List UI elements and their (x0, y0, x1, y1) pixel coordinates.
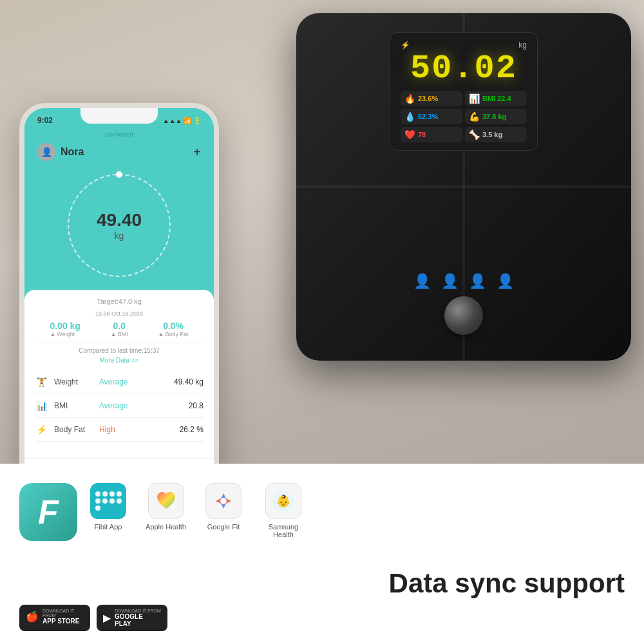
person-blue-2: 👤 (441, 273, 459, 290)
weight-value: 49.40 (97, 210, 142, 231)
scale-display-top: ⚡ kg (401, 41, 527, 50)
more-data-link[interactable]: More Data >> (35, 357, 204, 364)
bmi-scale-icon: 📊 (469, 93, 480, 104)
main-app-icon: F (19, 483, 77, 541)
scale-metrics-grid: 🔥 23.6% 📊 BMI 22.4 💧 62.3% 💪 37.8 kg ❤️ (401, 91, 527, 142)
apple-health-svg (153, 488, 179, 514)
scale-unit: kg (518, 41, 527, 50)
compatible-apps: Fibit App (90, 483, 306, 538)
scale-metric-bone: 🦴 3.5 kg (465, 127, 527, 142)
samsung-health-svg: 👶 (270, 488, 296, 514)
bodyfat-row-val: 26.2 % (180, 425, 204, 434)
scale-main-weight: 50.02 (401, 52, 527, 86)
bmi-row-val: 20.8 (189, 401, 204, 410)
google-fit-svg (211, 488, 236, 514)
data-row-bodyfat: ⚡ Body Fat High 26.2 % (35, 418, 204, 442)
scale-metric-muscle: 💪 37.8 kg (465, 109, 527, 124)
fibit-icon (90, 483, 126, 519)
bmi-change: 0.0 (111, 321, 128, 331)
dot (95, 498, 100, 504)
app-store-badge-row: 🍎 Download it from APP STORE (26, 609, 84, 625)
muscle-val: 37.8 kg (482, 113, 506, 120)
scale-display: ⚡ kg 50.02 🔥 23.6% 📊 BMI 22.4 💧 62.3% (390, 32, 538, 151)
weight-row-name: Weight (54, 377, 93, 386)
apple-health-icon (148, 483, 184, 519)
user-section: 👤 Nora (37, 143, 84, 161)
dot (109, 491, 115, 497)
bodyfat-change: 0.0% (158, 321, 189, 331)
google-fit-app: Google Fit (205, 483, 242, 531)
status-icons: ▲▲▲ 📶 🔋 (163, 117, 201, 124)
person-red: 👤 (497, 273, 514, 290)
weight-icon: 🏋 (35, 375, 48, 388)
scale-metric-bmi: 📊 BMI 22.4 (465, 91, 527, 106)
app-store-top: Download it from (43, 609, 84, 618)
target-text: Target:47.0 kg (35, 298, 204, 305)
apple-health-label: Apple Health (146, 523, 186, 531)
dot (117, 498, 122, 504)
weight-unit: kg (115, 231, 124, 241)
bmi-icon: 📊 (35, 399, 48, 412)
google-play-top: Download it from (115, 609, 161, 613)
fibit-label: Fibit App (95, 523, 122, 531)
samsung-health-label: Samsung Health (261, 523, 306, 538)
scale-center-button (444, 296, 483, 335)
weight-circle-section: 49.40 kg (24, 167, 214, 290)
app-store-title: APP STORE (43, 618, 84, 625)
app-store-text: Download it from APP STORE (43, 609, 84, 625)
heart-val: 78 (418, 131, 426, 138)
metrics-row: 0.00 kg ▲ Weight 0.0 ▲ BMI 0.0% ▲ Body F… (35, 321, 204, 343)
phone-frame: 9:02 ▲▲▲ 📶 🔋 Connected 👤 Nora + 49.40 kg (19, 103, 219, 502)
add-button[interactable]: + (193, 145, 201, 160)
person-blue-3: 👤 (469, 273, 486, 290)
fibit-app: Fibit App (90, 483, 126, 531)
bmi-scale-val: BMI 22.4 (482, 95, 511, 102)
google-fit-label: Google Fit (207, 523, 240, 531)
metric-bodyfat: 0.0% ▲ Body Fat (158, 321, 189, 337)
google-play-badge-row: ▶ Download it from GOOGLE PLAY (103, 609, 161, 627)
dot (102, 498, 108, 504)
samsung-health-icon: 👶 (265, 483, 301, 519)
google-play-badge[interactable]: ▶ Download it from GOOGLE PLAY (97, 605, 167, 631)
scale-metric-heart: ❤️ 78 (401, 127, 462, 142)
scale-body: ⚡ kg 50.02 🔥 23.6% 📊 BMI 22.4 💧 62.3% (296, 13, 631, 361)
bottom-section: F Fi (0, 464, 644, 644)
google-play-text: Download it from GOOGLE PLAY (115, 609, 161, 627)
apple-health-app: Apple Health (146, 483, 186, 531)
scale-device: ⚡ kg 50.02 🔥 23.6% 📊 BMI 22.4 💧 62.3% (296, 13, 631, 361)
app-header: 👤 Nora + (24, 140, 214, 167)
timestamp-row: 15:38 Oct.16,2020 (35, 310, 204, 317)
dot (109, 498, 115, 504)
data-sync-title: Data sync support (389, 568, 625, 599)
dot (102, 491, 108, 497)
bodyfat-row-name: Body Fat (54, 425, 93, 434)
google-play-title: GOOGLE PLAY (115, 613, 161, 627)
bmi-row-status: Average (99, 401, 182, 410)
bodyfat-label: ▲ Body Fat (158, 331, 189, 337)
phone-notch (80, 108, 158, 124)
phone-screen: 9:02 ▲▲▲ 📶 🔋 Connected 👤 Nora + 49.40 kg (24, 108, 214, 497)
fat-val: 23.6% (418, 95, 438, 102)
connected-label: Connected (105, 131, 133, 138)
data-row-weight: 🏋 Weight Average 49.40 kg (35, 370, 204, 394)
user-name: Nora (61, 146, 84, 158)
weight-label: ▲ Weight (50, 331, 80, 337)
google-fit-icon (205, 483, 242, 519)
app-store-badge[interactable]: 🍎 Download it from APP STORE (19, 605, 90, 631)
data-section: Target:47.0 kg 15:38 Oct.16,2020 0.00 kg… (24, 290, 214, 458)
dot (117, 491, 122, 497)
weight-change: 0.00 kg (50, 321, 80, 331)
phone-device: 9:02 ▲▲▲ 📶 🔋 Connected 👤 Nora + 49.40 kg (19, 103, 219, 502)
svg-text:👶: 👶 (276, 494, 291, 508)
timestamp: 15:38 Oct.16,2020 (95, 310, 143, 317)
bone-icon: 🦴 (469, 129, 480, 140)
bmi-row-name: BMI (54, 401, 93, 410)
weight-circle: 49.40 kg (68, 174, 171, 277)
fibit-dot-grid (95, 491, 122, 511)
bodyfat-icon: ⚡ (35, 423, 48, 436)
samsung-health-app: 👶 Samsung Health (261, 483, 306, 538)
heart-icon: ❤️ (404, 129, 415, 140)
person-blue-1: 👤 (413, 273, 431, 290)
metric-weight: 0.00 kg ▲ Weight (50, 321, 80, 337)
weight-row-status: Average (99, 377, 167, 386)
